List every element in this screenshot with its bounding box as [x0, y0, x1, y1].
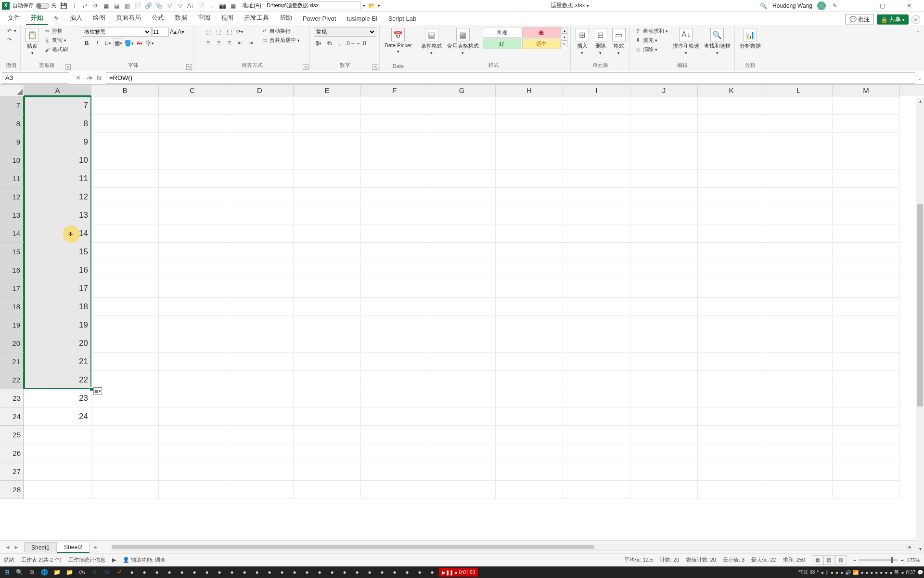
- cell[interactable]: [563, 206, 630, 224]
- cell[interactable]: [833, 316, 900, 334]
- qat-icon-13[interactable]: 📄: [197, 1, 205, 10]
- currency-icon[interactable]: $▾: [314, 39, 323, 48]
- cell[interactable]: [294, 407, 361, 426]
- cell[interactable]: [361, 426, 428, 444]
- clear-button[interactable]: ◇清除▾: [634, 45, 669, 53]
- cell[interactable]: [226, 170, 294, 188]
- cell[interactable]: [833, 444, 900, 462]
- cell[interactable]: [226, 298, 294, 316]
- cell[interactable]: [563, 279, 630, 298]
- cell[interactable]: [833, 261, 900, 279]
- tab-developer[interactable]: 开发工具: [239, 12, 274, 25]
- autosum-button[interactable]: Σ自动求和▾: [634, 27, 669, 35]
- taskbar-word-icon[interactable]: W: [101, 567, 113, 578]
- cell[interactable]: [226, 188, 294, 206]
- cell[interactable]: [698, 224, 765, 243]
- cell[interactable]: [833, 170, 900, 188]
- increase-indent-icon[interactable]: ⇥: [246, 38, 256, 48]
- autofill-options-icon[interactable]: ▦▾: [93, 387, 102, 395]
- privacy-icon[interactable]: ✎: [831, 1, 839, 10]
- tray-icon-1[interactable]: ●: [821, 570, 824, 575]
- weather-widget[interactable]: 气优 38: [798, 569, 815, 576]
- cell[interactable]: [159, 407, 226, 426]
- cell[interactable]: [226, 243, 294, 261]
- taskbar-app-28[interactable]: ●: [414, 567, 425, 578]
- cell[interactable]: [630, 206, 698, 224]
- notifications-icon[interactable]: 💬: [917, 570, 923, 575]
- column-header-K[interactable]: K: [698, 85, 765, 96]
- cell[interactable]: [91, 170, 159, 188]
- save-icon[interactable]: 💾: [59, 1, 68, 10]
- cell[interactable]: [698, 96, 765, 115]
- cell[interactable]: [91, 426, 159, 444]
- increase-font-icon[interactable]: A▴: [170, 28, 177, 35]
- cell[interactable]: [226, 206, 294, 224]
- cell[interactable]: [698, 462, 765, 481]
- taskbar-app-17[interactable]: ●: [276, 567, 288, 578]
- cell[interactable]: [91, 133, 159, 151]
- cell[interactable]: [226, 224, 294, 243]
- cell[interactable]: [630, 444, 698, 462]
- cell[interactable]: [428, 371, 496, 389]
- phonetic-button[interactable]: 字▾: [145, 39, 155, 48]
- cell[interactable]: [765, 243, 833, 261]
- cell[interactable]: [765, 279, 833, 298]
- cell[interactable]: [496, 407, 563, 426]
- cell[interactable]: [496, 243, 563, 261]
- recording-indicator[interactable]: ▶❚❚ ● 0:01:03: [439, 568, 478, 577]
- cell[interactable]: [630, 279, 698, 298]
- cell[interactable]: [294, 224, 361, 243]
- cell[interactable]: [159, 206, 226, 224]
- taskview-icon[interactable]: ⧉: [26, 567, 38, 578]
- cell[interactable]: [563, 261, 630, 279]
- cell[interactable]: [294, 279, 361, 298]
- cell[interactable]: [765, 261, 833, 279]
- cell[interactable]: [91, 371, 159, 389]
- cell[interactable]: [765, 298, 833, 316]
- cell[interactable]: [833, 334, 900, 353]
- cell[interactable]: [563, 151, 630, 170]
- minimize-button[interactable]: —: [844, 0, 866, 12]
- row-header[interactable]: 11: [0, 170, 24, 188]
- cell[interactable]: [361, 261, 428, 279]
- address-input[interactable]: [265, 1, 361, 10]
- format-cells-button[interactable]: ▭格式▾: [611, 27, 627, 56]
- cell[interactable]: [563, 224, 630, 243]
- font-name-select[interactable]: 微软雅黑: [82, 27, 152, 37]
- cell[interactable]: 24: [24, 407, 91, 426]
- cell[interactable]: [428, 481, 496, 499]
- cell[interactable]: [698, 243, 765, 261]
- ribbon-collapse-icon[interactable]: ⌄: [916, 28, 920, 33]
- cell[interactable]: [294, 133, 361, 151]
- status-macro-icon[interactable]: ▶: [112, 557, 116, 563]
- taskbar-app-25[interactable]: ●: [376, 567, 388, 578]
- cell[interactable]: [765, 151, 833, 170]
- cell[interactable]: [698, 444, 765, 462]
- feedback-icon[interactable]: ☺: [911, 15, 920, 24]
- cell[interactable]: [765, 188, 833, 206]
- cell[interactable]: [630, 261, 698, 279]
- cell[interactable]: 23: [24, 389, 91, 407]
- cell[interactable]: [91, 188, 159, 206]
- cell[interactable]: [428, 115, 496, 133]
- tab-formulas[interactable]: 公式: [147, 12, 169, 25]
- cell[interactable]: [698, 407, 765, 426]
- row-header[interactable]: 20: [0, 334, 24, 353]
- cell[interactable]: [630, 407, 698, 426]
- tray-icon-8[interactable]: ●: [860, 570, 863, 575]
- row-header[interactable]: 22: [0, 371, 24, 389]
- cell[interactable]: [630, 316, 698, 334]
- cell[interactable]: [765, 96, 833, 115]
- cell[interactable]: [159, 462, 226, 481]
- taskbar-app-20[interactable]: ●: [314, 567, 325, 578]
- view-pagebreak-icon[interactable]: ▥: [835, 555, 847, 565]
- cell[interactable]: [159, 389, 226, 407]
- taskbar-app-7[interactable]: ●: [151, 567, 163, 578]
- cell[interactable]: [765, 371, 833, 389]
- hscroll-right-icon[interactable]: ►: [906, 544, 914, 550]
- sheet-nav-prev-icon[interactable]: ◄: [4, 543, 12, 551]
- address-dropdown-icon[interactable]: ▾: [363, 3, 365, 8]
- cell[interactable]: [226, 151, 294, 170]
- cell[interactable]: [698, 133, 765, 151]
- cell[interactable]: [833, 96, 900, 115]
